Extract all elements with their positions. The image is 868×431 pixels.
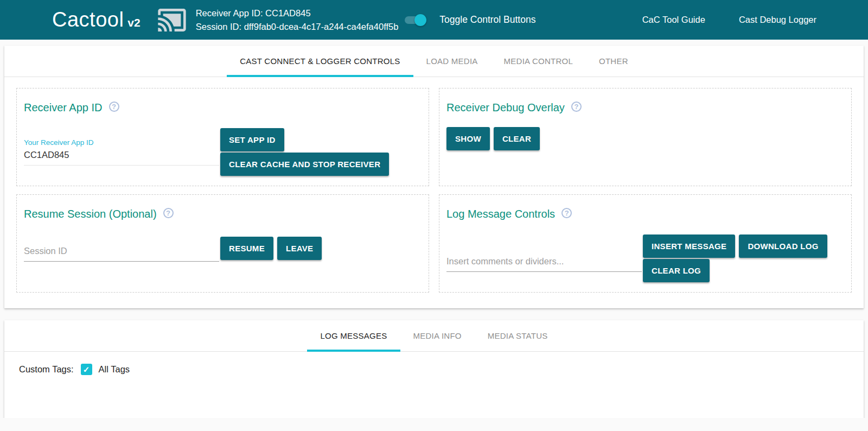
log-message-field-group (446, 245, 642, 272)
clear-log-button[interactable]: CLEAR LOG (643, 259, 710, 282)
resume-session-card: Resume Session (Optional) ? RESUME LEAVE (16, 194, 429, 293)
receiver-app-id-line: Receiver App ID: CC1AD845 (196, 7, 399, 20)
toggle-label: Toggle Control Buttons (439, 14, 535, 26)
all-tags-checkbox[interactable]: ✓ (81, 364, 92, 375)
cast-icon (157, 5, 187, 35)
app-brand: Cactool v2 (52, 8, 141, 31)
card-title: Receiver Debug Overlay (446, 102, 565, 114)
resume-button[interactable]: RESUME (220, 237, 273, 260)
receiver-app-id-card: Receiver App ID ? Your Receiver App ID S… (16, 88, 429, 186)
card-title: Receiver App ID (24, 102, 103, 114)
receiver-debug-overlay-card: Receiver Debug Overlay ? SHOW CLEAR (439, 88, 852, 186)
app-header: Cactool v2 Receiver App ID: CC1AD845 Ses… (0, 0, 868, 40)
show-overlay-button[interactable]: SHOW (446, 127, 490, 150)
card-title: Log Message Controls (446, 208, 555, 220)
main-tab-bar: CAST CONNECT & LOGGER CONTROLS LOAD MEDI… (4, 46, 864, 77)
help-icon[interactable]: ? (571, 102, 582, 112)
download-log-button[interactable]: DOWNLOAD LOG (739, 234, 827, 258)
receiver-app-id-input[interactable] (24, 148, 219, 166)
log-filter-row: Custom Tags: ✓ All Tags (19, 364, 864, 375)
clear-cache-and-stop-receiver-button[interactable]: CLEAR CACHE AND STOP RECEIVER (220, 153, 389, 176)
toggle-knob (414, 14, 426, 26)
tab-cast-connect-logger-controls[interactable]: CAST CONNECT & LOGGER CONTROLS (227, 46, 413, 77)
tab-media-info[interactable]: MEDIA INFO (400, 320, 475, 351)
bottom-tab-bar: LOG MESSAGES MEDIA INFO MEDIA STATUS (4, 320, 864, 352)
insert-message-button[interactable]: INSERT MESSAGE (643, 234, 735, 258)
card-title: Resume Session (Optional) (24, 208, 157, 220)
tab-log-messages[interactable]: LOG MESSAGES (307, 320, 400, 351)
receiver-app-id-field-group: Your Receiver App ID (24, 138, 219, 166)
set-app-id-button[interactable]: SET APP ID (220, 128, 284, 151)
link-cast-debug-logger[interactable]: Cast Debug Logger (739, 15, 816, 25)
all-tags-label: All Tags (99, 364, 130, 375)
help-icon[interactable]: ? (561, 208, 572, 218)
leave-button[interactable]: LEAVE (277, 237, 322, 260)
card-grid: Receiver App ID ? Your Receiver App ID S… (16, 88, 852, 293)
session-id-field-group (24, 234, 219, 262)
link-cac-tool-guide[interactable]: CaC Tool Guide (642, 15, 705, 25)
help-icon[interactable]: ? (109, 102, 119, 112)
session-info: Receiver App ID: CC1AD845 Session ID: df… (196, 7, 399, 34)
help-icon[interactable]: ? (163, 208, 174, 218)
log-messages-panel: LOG MESSAGES MEDIA INFO MEDIA STATUS Cus… (4, 320, 864, 418)
tab-load-media[interactable]: LOAD MEDIA (413, 46, 491, 77)
app-title: Cactool (52, 8, 124, 31)
session-id-line: Session ID: dff9fab0-dcea-4c17-a244-ca4e… (196, 20, 399, 34)
controls-panel: CAST CONNECT & LOGGER CONTROLS LOAD MEDI… (4, 46, 864, 308)
tab-other[interactable]: OTHER (586, 46, 641, 77)
log-message-controls-card: Log Message Controls ? INSERT MESSAGE DO… (439, 194, 852, 293)
session-id-input[interactable] (24, 244, 219, 262)
log-message-input[interactable] (446, 255, 642, 272)
tab-media-status[interactable]: MEDIA STATUS (475, 320, 561, 351)
receiver-app-id-field-label: Your Receiver App ID (24, 138, 219, 148)
tab-media-control[interactable]: MEDIA CONTROL (491, 46, 586, 77)
clear-overlay-button[interactable]: CLEAR (494, 127, 540, 150)
app-version: v2 (127, 16, 140, 29)
control-buttons-toggle[interactable] (404, 14, 425, 27)
custom-tags-label: Custom Tags: (19, 364, 74, 375)
